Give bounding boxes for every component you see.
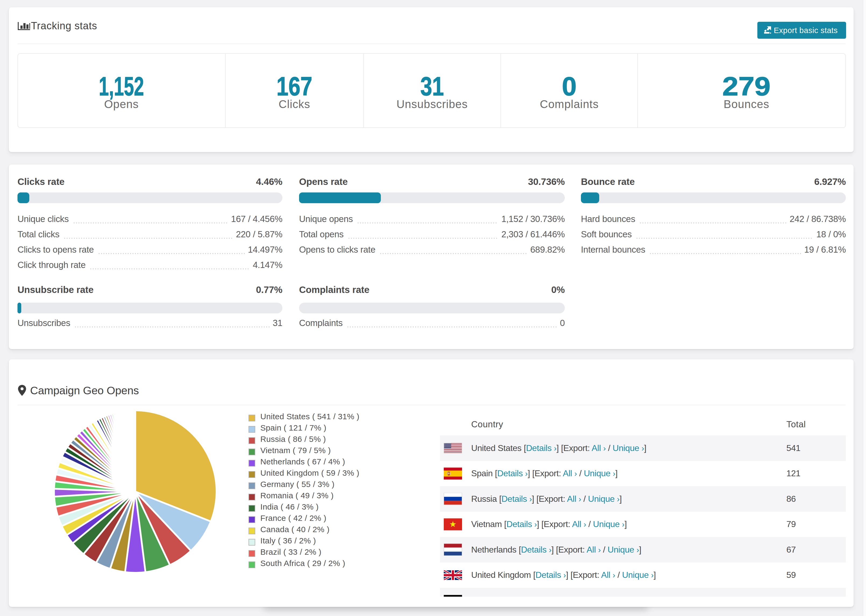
svg-text:0: 0 [562, 72, 576, 101]
svg-text:Opens: Opens [104, 98, 139, 110]
svg-text:31: 31 [420, 72, 444, 101]
svg-text:1,152: 1,152 [99, 71, 144, 101]
svg-text:Bounces: Bounces [724, 98, 770, 110]
svg-text:Clicks: Clicks [279, 98, 310, 110]
svg-text:Complaints: Complaints [540, 98, 599, 110]
svg-text:279: 279 [723, 72, 770, 101]
svg-text:Unsubscribes: Unsubscribes [397, 98, 468, 110]
svg-text:167: 167 [277, 72, 312, 101]
